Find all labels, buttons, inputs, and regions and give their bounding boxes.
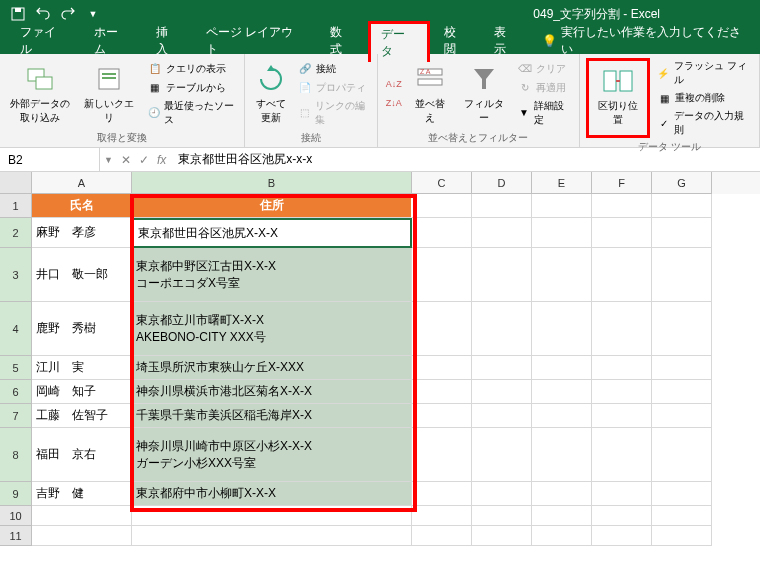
cell-F3[interactable]: [592, 248, 652, 302]
cell-B11[interactable]: [132, 526, 412, 546]
enter-formula-icon[interactable]: ✓: [139, 153, 149, 167]
cell-D10[interactable]: [472, 506, 532, 526]
cell-F6[interactable]: [592, 380, 652, 404]
cell-C10[interactable]: [412, 506, 472, 526]
cell-B6[interactable]: 神奈川県横浜市港北区菊名X-X-X: [132, 380, 412, 404]
row-header-2[interactable]: 2: [0, 218, 32, 248]
cell-C1[interactable]: [412, 194, 472, 218]
row-header-11[interactable]: 11: [0, 526, 32, 546]
row-header-7[interactable]: 7: [0, 404, 32, 428]
cell-A6[interactable]: 岡崎 知子: [32, 380, 132, 404]
row-header-1[interactable]: 1: [0, 194, 32, 218]
cell-G9[interactable]: [652, 482, 712, 506]
sort-button[interactable]: Z A 並べ替え: [408, 58, 453, 129]
cell-A9[interactable]: 吉野 健: [32, 482, 132, 506]
remove-duplicates-button[interactable]: ▦重複の削除: [654, 89, 753, 107]
cell-D6[interactable]: [472, 380, 532, 404]
cell-D1[interactable]: [472, 194, 532, 218]
col-header-D[interactable]: D: [472, 172, 532, 194]
connections-button[interactable]: 🔗接続: [295, 60, 370, 78]
cell-B9[interactable]: 東京都府中市小柳町X-X-X: [132, 482, 412, 506]
row-header-3[interactable]: 3: [0, 248, 32, 302]
row-header-5[interactable]: 5: [0, 356, 32, 380]
cell-G2[interactable]: [652, 218, 712, 248]
cell-D3[interactable]: [472, 248, 532, 302]
cell-F10[interactable]: [592, 506, 652, 526]
filter-button[interactable]: フィルター: [457, 58, 511, 129]
cell-E7[interactable]: [532, 404, 592, 428]
cell-C4[interactable]: [412, 302, 472, 356]
cell-G3[interactable]: [652, 248, 712, 302]
cell-E4[interactable]: [532, 302, 592, 356]
cell-A11[interactable]: [32, 526, 132, 546]
cell-C9[interactable]: [412, 482, 472, 506]
cell-B7[interactable]: 千葉県千葉市美浜区稲毛海岸X-X: [132, 404, 412, 428]
cell-C11[interactable]: [412, 526, 472, 546]
col-header-C[interactable]: C: [412, 172, 472, 194]
cell-E6[interactable]: [532, 380, 592, 404]
col-header-E[interactable]: E: [532, 172, 592, 194]
cell-E11[interactable]: [532, 526, 592, 546]
cell-D7[interactable]: [472, 404, 532, 428]
cell-B4[interactable]: 東京都立川市曙町X-X-X AKEBONO-CITY XXX号: [132, 302, 412, 356]
cancel-formula-icon[interactable]: ✕: [121, 153, 131, 167]
row-header-9[interactable]: 9: [0, 482, 32, 506]
cell-C8[interactable]: [412, 428, 472, 482]
cell-F5[interactable]: [592, 356, 652, 380]
refresh-all-button[interactable]: すべて 更新: [251, 58, 291, 129]
cell-G1[interactable]: [652, 194, 712, 218]
properties-button[interactable]: 📄プロパティ: [295, 79, 370, 97]
flash-fill-button[interactable]: ⚡フラッシュ フィル: [654, 58, 753, 88]
cell-C6[interactable]: [412, 380, 472, 404]
cell-F9[interactable]: [592, 482, 652, 506]
show-queries-button[interactable]: 📋クエリの表示: [145, 60, 239, 78]
cell-A10[interactable]: [32, 506, 132, 526]
cell-C5[interactable]: [412, 356, 472, 380]
cell-A7[interactable]: 工藤 佐智子: [32, 404, 132, 428]
cell-C3[interactable]: [412, 248, 472, 302]
cell-A2[interactable]: 麻野 孝彦: [32, 218, 132, 248]
cell-G5[interactable]: [652, 356, 712, 380]
cell-F1[interactable]: [592, 194, 652, 218]
select-all-corner[interactable]: [0, 172, 32, 194]
cell-A4[interactable]: 鹿野 秀樹: [32, 302, 132, 356]
cell-D9[interactable]: [472, 482, 532, 506]
cell-G8[interactable]: [652, 428, 712, 482]
cell-A3[interactable]: 井口 敬一郎: [32, 248, 132, 302]
row-header-10[interactable]: 10: [0, 506, 32, 526]
cell-D8[interactable]: [472, 428, 532, 482]
cell-F4[interactable]: [592, 302, 652, 356]
text-to-columns-button[interactable]: 区切り位置: [591, 63, 645, 129]
cell-D11[interactable]: [472, 526, 532, 546]
fx-icon[interactable]: fx: [157, 153, 166, 167]
cell-B1[interactable]: 住所: [132, 194, 412, 218]
col-header-A[interactable]: A: [32, 172, 132, 194]
cell-G6[interactable]: [652, 380, 712, 404]
tell-me-search[interactable]: 💡 実行したい作業を入力してください: [542, 24, 752, 58]
external-data-button[interactable]: 外部データの 取り込み: [6, 58, 74, 129]
edit-links-button[interactable]: ⬚リンクの編集: [295, 98, 370, 128]
cell-G4[interactable]: [652, 302, 712, 356]
cell-B5[interactable]: 埼玉県所沢市東狭山ケ丘X-XXX: [132, 356, 412, 380]
data-validation-button[interactable]: ✓データの入力規則: [654, 108, 753, 138]
reapply-button[interactable]: ↻再適用: [515, 79, 573, 97]
cell-F7[interactable]: [592, 404, 652, 428]
cell-A8[interactable]: 福田 京右: [32, 428, 132, 482]
cell-B2[interactable]: 東京都世田谷区池尻X-X-X: [132, 218, 412, 248]
cell-E3[interactable]: [532, 248, 592, 302]
sort-za-button[interactable]: Z↓A: [384, 94, 404, 112]
advanced-filter-button[interactable]: ▼詳細設定: [515, 98, 573, 128]
cell-F11[interactable]: [592, 526, 652, 546]
cell-D4[interactable]: [472, 302, 532, 356]
cell-B8[interactable]: 神奈川県川崎市中原区小杉X-X-X ガーデン小杉XXX号室: [132, 428, 412, 482]
cell-G10[interactable]: [652, 506, 712, 526]
cell-E10[interactable]: [532, 506, 592, 526]
sort-az-button[interactable]: A↓Z: [384, 75, 404, 93]
row-header-6[interactable]: 6: [0, 380, 32, 404]
cell-D2[interactable]: [472, 218, 532, 248]
cell-A5[interactable]: 江川 実: [32, 356, 132, 380]
cell-C7[interactable]: [412, 404, 472, 428]
cell-F2[interactable]: [592, 218, 652, 248]
clear-filter-button[interactable]: ⌫クリア: [515, 60, 573, 78]
name-box[interactable]: B2: [0, 148, 100, 171]
